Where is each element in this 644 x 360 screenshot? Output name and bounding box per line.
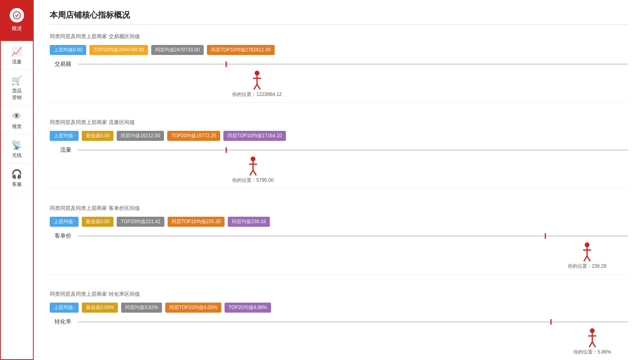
- metric-label-unit_price: 客单价: [50, 232, 78, 240]
- wireless-icon: 📡: [11, 140, 22, 151]
- person-label-traffic: 你的位置：5795.00: [232, 177, 273, 184]
- traffic-icon: 📈: [11, 47, 22, 57]
- badge-conversion: 最低值0.00%: [82, 303, 118, 313]
- slider-row-transaction: 交易额: [50, 61, 628, 68]
- track-bg: [78, 63, 628, 65]
- sidebar-item-traffic[interactable]: 📈流量: [1, 41, 33, 70]
- badge-traffic: 上层均值-: [50, 131, 79, 141]
- badge-transaction: 上层均值0.00: [50, 45, 86, 55]
- nav-label: 客服: [12, 181, 22, 188]
- person-row-traffic: 你的位置：5795.00: [50, 156, 628, 184]
- svg-point-1: [255, 71, 259, 75]
- sidebar-item-visual[interactable]: 👁视觉: [1, 106, 33, 134]
- goods-icon: 🛒: [11, 75, 22, 86]
- track-bg: [78, 321, 628, 323]
- svg-point-11: [585, 242, 589, 247]
- badge-unit_price: 最低值0.00: [82, 217, 113, 227]
- track-marker: [226, 61, 227, 67]
- nav-label: 无线: [12, 152, 22, 159]
- person-icon: [251, 70, 263, 90]
- metric-label-transaction: 交易额: [50, 61, 78, 68]
- nav-label: 流量: [12, 59, 22, 65]
- badge-unit_price: 同层TOP10均值235.30: [168, 217, 225, 227]
- badge-conversion: TOP20均值4.08%: [225, 303, 271, 313]
- badges-row-conversion: 上层均值-最低值0.00%同层均值3.82%同层TOP10均值4.00%TOP2…: [50, 303, 628, 313]
- person-row-unit_price: 你的位置：236.28: [50, 242, 628, 270]
- subtitle-conversion: 同类同层及同类上层商家 转化率区间值: [50, 291, 628, 298]
- person-label-unit_price: 你的位置：236.28: [568, 263, 607, 270]
- visual-icon: 👁: [12, 111, 21, 122]
- person-icon: [586, 328, 598, 348]
- svg-point-16: [590, 328, 595, 333]
- badge-transaction: 同层均值2470733.00: [151, 45, 204, 55]
- metric-section-unit_price: 同类同层及同类上层商家 客单价区间值上层均值-最低值0.00TOP20均值221…: [50, 205, 628, 275]
- sidebar-item-goods[interactable]: 🛒货品 营销: [1, 70, 33, 106]
- metric-label-traffic: 流量: [50, 146, 78, 154]
- person-row-conversion: 你的位置：5.86%: [50, 328, 628, 356]
- badges-row-traffic: 上层均值-最低值0.00同层均值16212.00TOP20均值16772.25同…: [50, 131, 628, 141]
- subtitle-transaction: 同类同层及同类上层商家 交易额区间值: [50, 33, 628, 40]
- track-traffic: [78, 148, 628, 152]
- badge-unit_price: TOP20均值221.42: [117, 217, 164, 227]
- badge-traffic: 最低值0.00: [82, 131, 113, 141]
- badge-conversion: 同层均值3.82%: [121, 303, 162, 313]
- svg-line-4: [254, 84, 257, 89]
- sidebar-item-wireless[interactable]: 📡无线: [1, 134, 33, 163]
- metric-label-conversion: 转化率: [50, 318, 78, 325]
- service-icon: 🎧: [11, 169, 22, 179]
- sidebar: 概述 📈流量🛒货品 营销👁视觉📡无线🎧客服: [0, 0, 34, 360]
- svg-line-14: [584, 256, 587, 261]
- svg-point-0: [13, 12, 20, 19]
- svg-line-20: [592, 342, 595, 347]
- badges-row-transaction: 上层均值0.00TOP20均值2046784.00同层均值2470733.00同…: [50, 45, 628, 55]
- sidebar-top-label: 概述: [12, 25, 22, 32]
- badge-unit_price: 同层均值238.16: [228, 217, 270, 227]
- svg-line-10: [253, 170, 256, 175]
- badge-unit_price: 上层均值-: [50, 217, 79, 227]
- svg-line-15: [587, 256, 590, 261]
- nav-label: 货品 营销: [12, 87, 22, 101]
- badge-transaction: 同层TOP10均值2782611.00: [207, 45, 275, 55]
- slider-row-conversion: 转化率: [50, 318, 628, 325]
- badge-transaction: TOP20均值2046784.00: [89, 45, 148, 55]
- slider-row-unit_price: 客单价: [50, 232, 628, 240]
- person-icon: [247, 156, 259, 176]
- subtitle-traffic: 同类同层及同类上层商家 流量区间值: [50, 119, 628, 126]
- track-conversion: [78, 320, 628, 324]
- metric-section-transaction: 同类同层及同类上层商家 交易额区间值上层均值0.00TOP20均值2046784…: [50, 33, 628, 103]
- badge-traffic: 同层TOP10均值17164.10: [223, 131, 286, 141]
- person-figure-transaction: 你的位置：1223964.12: [232, 70, 281, 98]
- svg-line-19: [589, 342, 592, 347]
- svg-point-6: [251, 157, 255, 161]
- person-figure-unit_price: 你的位置：236.28: [568, 242, 607, 270]
- svg-line-5: [257, 84, 260, 89]
- slider-row-traffic: 流量: [50, 146, 628, 154]
- track-transaction: [78, 62, 628, 66]
- person-icon: [581, 242, 593, 262]
- track-bg: [78, 149, 628, 151]
- badges-row-unit_price: 上层均值-最低值0.00TOP20均值221.42同层TOP10均值235.30…: [50, 217, 628, 227]
- person-label-transaction: 你的位置：1223964.12: [232, 91, 281, 98]
- badge-conversion: 同层TOP10均值4.00%: [165, 303, 221, 313]
- person-figure-traffic: 你的位置：5795.00: [232, 156, 273, 184]
- badge-traffic: TOP20均值16772.25: [167, 131, 220, 141]
- track-marker: [550, 319, 551, 325]
- sidebar-top-item[interactable]: 概述: [0, 0, 34, 40]
- metric-section-conversion: 同类同层及同类上层商家 转化率区间值上层均值-最低值0.00%同层均值3.82%…: [50, 291, 628, 356]
- subtitle-unit_price: 同类同层及同类上层商家 客单价区间值: [50, 205, 628, 212]
- svg-line-9: [250, 170, 253, 175]
- nav-label: 视觉: [12, 123, 22, 130]
- overview-icon: [10, 8, 24, 22]
- badge-traffic: 同层均值16212.00: [117, 131, 164, 141]
- track-marker: [545, 233, 546, 239]
- track-marker: [226, 147, 227, 153]
- person-row-transaction: 你的位置：1223964.12: [50, 70, 628, 98]
- metric-section-traffic: 同类同层及同类上层商家 流量区间值上层均值-最低值0.00同层均值16212.0…: [50, 119, 628, 189]
- track-unit_price: [78, 234, 628, 238]
- person-label-conversion: 你的位置：5.86%: [573, 349, 611, 356]
- sidebar-nav: 📈流量🛒货品 营销👁视觉📡无线🎧客服: [0, 40, 34, 360]
- page-title: 本周店铺核心指标概况: [50, 10, 628, 25]
- person-figure-conversion: 你的位置：5.86%: [573, 328, 611, 356]
- main-content: 本周店铺核心指标概况 同类同层及同类上层商家 交易额区间值上层均值0.00TOP…: [34, 0, 644, 360]
- sidebar-item-service[interactable]: 🎧客服: [1, 163, 33, 192]
